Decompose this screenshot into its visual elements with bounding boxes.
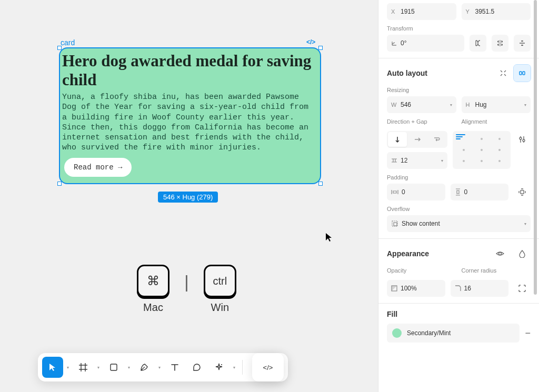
visibility-toggle-button[interactable] [492, 245, 508, 262]
position-section: X 1915 Y 3951.5 Transform 0° [378, 0, 539, 58]
pen-tool-button[interactable] [134, 357, 155, 378]
shape-tool-caret[interactable]: ▾ [125, 357, 133, 378]
y-position-input[interactable]: Y 3951.5 [462, 3, 531, 20]
more-transform-button[interactable] [514, 35, 531, 52]
alignment-label: Alignment [462, 118, 531, 125]
gap-icon [391, 157, 397, 164]
dev-mode-toggle[interactable]: </> [252, 353, 284, 381]
x-label: X [391, 8, 397, 15]
direction-horizontal-button[interactable] [408, 132, 427, 147]
layout-mode-button-2[interactable] [514, 65, 531, 82]
alignment-option[interactable] [498, 160, 501, 162]
padding-vertical-input[interactable]: 0 [451, 184, 509, 200]
direction-gap-label: Direction + Gap [387, 118, 456, 125]
fill-color-swatch[interactable] [392, 328, 402, 338]
remove-fill-button[interactable]: − [525, 328, 531, 339]
pen-tool-caret[interactable]: ▾ [156, 357, 163, 378]
svg-point-5 [144, 367, 145, 368]
overflow-select[interactable]: Show content ▾ [387, 215, 531, 232]
w-label: W [391, 102, 397, 108]
ai-tool-caret[interactable]: ▾ [231, 357, 238, 378]
resize-handle-top-left[interactable] [57, 46, 62, 50]
tools-toolbar: ▾ ▾ ▾ ▾ ▾ </> [38, 353, 288, 381]
component-code-icon[interactable]: </> [306, 38, 315, 46]
fill-title: Fill [387, 310, 397, 318]
svg-point-12 [523, 139, 525, 142]
panel-scrollbar[interactable] [533, 0, 538, 392]
width-input[interactable]: W 546 ▾ [387, 96, 456, 113]
opacity-input[interactable]: 100% [387, 280, 445, 297]
individual-corners-button[interactable] [514, 280, 531, 297]
fill-style-row[interactable]: Secondary/Mint [387, 324, 520, 343]
fill-style-name: Secondary/Mint [407, 329, 451, 337]
opacity-icon [391, 285, 397, 292]
alignment-grid[interactable] [453, 131, 511, 169]
alignment-option[interactable] [481, 138, 483, 140]
direction-wrap-button[interactable] [427, 132, 446, 147]
card-body-text[interactable]: Yuna, a floofy shiba inu, has been award… [60, 92, 320, 158]
transform-label: Transform [387, 25, 531, 32]
overflow-label: Overflow [387, 206, 531, 212]
individual-padding-button[interactable] [514, 184, 531, 200]
chevron-down-icon[interactable]: ▾ [524, 222, 526, 226]
overflow-icon [391, 220, 398, 227]
read-more-button[interactable]: Read more → [64, 158, 132, 177]
frame-tool-caret[interactable]: ▾ [95, 357, 102, 378]
resizing-label: Resizing [387, 87, 531, 93]
corner-radius-input[interactable]: 16 [451, 280, 509, 297]
shape-tool-button[interactable] [103, 357, 124, 378]
properties-panel: X 1915 Y 3951.5 Transform 0° [378, 0, 539, 392]
chevron-down-icon[interactable]: ▾ [441, 158, 443, 163]
alignment-option[interactable] [463, 160, 465, 162]
padding-horizontal-input[interactable]: 0 [387, 184, 445, 200]
frame-tool-button[interactable] [73, 357, 94, 378]
flip-horizontal-button[interactable] [470, 35, 486, 52]
alignment-settings-button[interactable] [514, 131, 531, 148]
move-tool-button[interactable] [42, 357, 63, 378]
comment-tool-button[interactable] [186, 357, 207, 378]
frame-name-label[interactable]: card [61, 38, 75, 47]
canvas-area[interactable]: card </> Hero dog awarded medal for savi… [0, 0, 370, 392]
direction-segmented-control[interactable] [387, 131, 447, 148]
chevron-down-icon[interactable]: ▾ [524, 103, 526, 107]
opacity-label: Opacity [387, 267, 456, 274]
direction-vertical-button[interactable] [388, 132, 407, 147]
svg-point-6 [221, 364, 222, 365]
svg-rect-13 [521, 190, 524, 194]
flip-vertical-button[interactable] [492, 35, 508, 52]
win-label: Win [211, 301, 229, 314]
svg-point-11 [520, 137, 522, 139]
alignment-option[interactable] [463, 149, 465, 151]
keyboard-shortcuts-display: ⌘ Mac | ctrl Win [137, 265, 236, 314]
scroll-thumb[interactable] [534, 0, 537, 295]
text-tool-button[interactable] [164, 357, 185, 378]
rotation-input[interactable]: 0° [387, 35, 464, 52]
x-position-input[interactable]: X 1915 [387, 3, 456, 20]
resize-handle-bottom-left[interactable] [57, 182, 62, 186]
selection-dimensions-badge: 546 × Hug (279) [158, 192, 218, 203]
layout-mode-button-1[interactable] [495, 65, 512, 82]
chevron-down-icon[interactable]: ▾ [450, 103, 452, 107]
svg-rect-10 [523, 72, 525, 75]
svg-point-7 [522, 41, 523, 42]
resize-handle-bottom-right[interactable] [318, 182, 323, 186]
height-input[interactable]: H Hug ▾ [462, 96, 531, 113]
ai-tool-button[interactable] [208, 357, 229, 378]
padding-v-icon [455, 188, 461, 196]
alignment-top-left-icon[interactable] [456, 134, 465, 139]
alignment-option[interactable] [481, 149, 483, 151]
alignment-option[interactable] [498, 149, 501, 151]
move-tool-caret[interactable]: ▾ [64, 357, 72, 378]
alignment-option[interactable] [498, 138, 501, 140]
svg-rect-4 [111, 364, 117, 370]
blend-mode-button[interactable] [514, 245, 531, 262]
gap-input[interactable]: 12 ▾ [387, 152, 447, 169]
alignment-option[interactable] [481, 160, 483, 162]
y-label: Y [466, 8, 472, 15]
fill-section: Fill Secondary/Mint − [378, 304, 539, 349]
cursor-icon [325, 233, 333, 242]
resize-handle-top-right[interactable] [318, 46, 323, 50]
selected-frame-card[interactable]: Hero dog awarded medal for saving child … [59, 47, 321, 184]
card-heading[interactable]: Hero dog awarded medal for saving child [60, 52, 320, 92]
svg-rect-9 [520, 72, 522, 75]
